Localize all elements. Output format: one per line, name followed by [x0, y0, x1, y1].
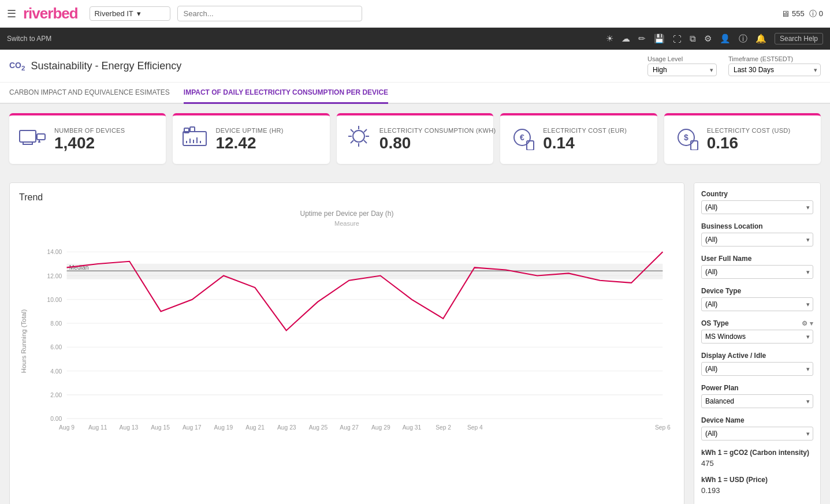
svg-text:Aug 13: Aug 13 — [120, 424, 139, 431]
device-count: 🖥 555 — [781, 9, 805, 18]
alert-count: ⓘ 0 — [809, 9, 823, 19]
svg-line-20 — [364, 140, 367, 143]
chart-svg-wrap: Hours Running (Total) 14.00 12.00 10.00 … — [19, 232, 675, 453]
svg-text:Aug 31: Aug 31 — [403, 424, 422, 431]
notification-icon[interactable]: 🔔 — [755, 33, 766, 44]
filter-device-name-dropdown[interactable]: (All) — [701, 427, 813, 440]
toolbar-icons: ☀ ☁ ✏ 💾 ⛶ ⧉ ⚙ 👤 ⓘ 🔔 Search Help — [606, 33, 823, 44]
filter-business-location-dropdown[interactable]: (All) — [701, 233, 813, 247]
svg-text:12.00: 12.00 — [47, 273, 62, 279]
filter-user-full-name-dropdown[interactable]: (All) — [701, 265, 813, 279]
sun-icon[interactable]: ☀ — [606, 33, 613, 44]
usage-level-dropdown[interactable]: High — [647, 64, 717, 76]
svg-text:€: € — [520, 133, 524, 142]
svg-text:Aug 23: Aug 23 — [277, 424, 296, 431]
filter-device-type-label: Device Type — [701, 287, 813, 295]
svg-text:Sep 4: Sep 4 — [467, 424, 483, 431]
edit-icon[interactable]: ✏ — [638, 33, 646, 44]
svg-point-14 — [353, 130, 364, 142]
secondary-toolbar: Switch to APM ☀ ☁ ✏ 💾 ⛶ ⧉ ⚙ 👤 ⓘ 🔔 Search… — [0, 28, 830, 50]
devices-icon — [18, 126, 46, 154]
page-header: CO2 Sustainability - Energy Efficiency U… — [0, 50, 830, 83]
svg-text:Aug 19: Aug 19 — [214, 424, 233, 431]
tab-electricity[interactable]: IMPACT OF DAILY ELECTRICITY CONSUMPTION … — [184, 83, 388, 104]
usage-level-label: Usage Level — [647, 55, 717, 62]
svg-text:6.00: 6.00 — [50, 344, 62, 350]
org-dropdown[interactable]: Riverbed IT ▾ — [90, 6, 170, 21]
search-help-button[interactable]: Search Help — [775, 33, 823, 44]
svg-rect-28 — [691, 141, 698, 150]
svg-rect-25 — [527, 141, 534, 150]
kpi-value-cost-eur: 0.14 — [543, 134, 627, 152]
svg-text:Aug 11: Aug 11 — [88, 424, 107, 431]
kpi-info-cost-eur: ELECTRICITY COST (EUR) 0.14 — [543, 127, 627, 152]
kpi-value-devices: 1,402 — [54, 134, 125, 152]
filter-display-active-idle-label: Display Active / Idle — [701, 352, 813, 360]
header-controls: Usage Level High Timeframe (EST5EDT) Las… — [647, 55, 821, 76]
search-input[interactable] — [177, 6, 362, 21]
svg-text:Aug 29: Aug 29 — [371, 424, 390, 431]
svg-text:4.00: 4.00 — [50, 368, 62, 375]
filter-os-type-label: OS Type ⚙ ▾ — [701, 319, 813, 327]
kpi-info-consumption: ELECTRICITY CONSUMPTION (KWH) 0.80 — [379, 127, 484, 152]
kpi-value-cost-usd: 0.16 — [707, 134, 791, 152]
filter-kwh-usd: kWh 1 = USD (Price) 0.193 — [701, 476, 813, 495]
filter-country-dropdown[interactable]: (All) — [701, 200, 813, 214]
svg-text:Hours Running (Total): Hours Running (Total) — [20, 309, 27, 374]
svg-text:8.00: 8.00 — [50, 320, 62, 327]
copy-icon[interactable]: ⧉ — [690, 33, 696, 44]
filter-kwh-co2-value: 475 — [701, 459, 813, 468]
kpi-card-cost-eur: € ELECTRICITY COST (EUR) 0.14 — [500, 113, 657, 164]
filter-business-location: Business Location (All) — [701, 222, 813, 247]
cost-eur-icon: € — [509, 125, 535, 155]
consumption-icon — [346, 125, 371, 155]
svg-text:Aug 17: Aug 17 — [183, 424, 202, 431]
switch-apm-button[interactable]: Switch to APM — [7, 35, 51, 43]
timeframe-dropdown[interactable]: Last 30 Days — [728, 64, 821, 76]
svg-rect-13 — [190, 127, 195, 132]
user-icon[interactable]: 👤 — [720, 33, 731, 44]
svg-line-22 — [364, 129, 367, 132]
kpi-label-cost-eur: ELECTRICITY COST (EUR) — [543, 127, 627, 134]
filter-device-type: Device Type (All) — [701, 287, 813, 311]
fullscreen-icon[interactable]: ⛶ — [673, 34, 682, 44]
kpi-value-consumption: 0.80 — [379, 134, 484, 152]
svg-text:Sep 6: Sep 6 — [655, 424, 671, 431]
kpi-value-uptime: 12.42 — [215, 134, 283, 152]
uptime-icon — [182, 126, 207, 154]
filter-device-name: Device Name (All) — [701, 416, 813, 440]
os-type-filter-icon[interactable]: ⚙ — [802, 320, 807, 327]
filters-panel: Country (All) Business Location (All) Us… — [694, 182, 821, 504]
info-icon[interactable]: ⓘ — [739, 33, 747, 44]
logo: riverbed — [23, 5, 78, 23]
timeframe-label: Timeframe (EST5EDT) — [728, 55, 821, 62]
hamburger-menu[interactable]: ☰ — [7, 8, 16, 20]
filter-os-type-dropdown[interactable]: MS Windows — [701, 330, 813, 344]
svg-text:10.00: 10.00 — [47, 297, 62, 303]
svg-text:14.00: 14.00 — [47, 249, 62, 255]
kpi-label-consumption: ELECTRICITY CONSUMPTION (KWH) — [379, 127, 484, 134]
kpi-card-cost-usd: $ ELECTRICITY COST (USD) 0.16 — [664, 113, 821, 164]
alert-count-value: 0 — [819, 9, 823, 18]
filter-display-active-idle: Display Active / Idle (All) — [701, 352, 813, 376]
cloud-icon[interactable]: ☁ — [621, 33, 630, 44]
kpi-info-devices: NUMBER OF DEVICES 1,402 — [54, 127, 125, 152]
chart-container: Trend Uptime per Device per Day (h) Meas… — [9, 182, 684, 504]
save-icon[interactable]: 💾 — [654, 33, 665, 44]
chart-center-label: Uptime per Device per Day (h) — [19, 210, 675, 218]
filter-display-active-idle-dropdown[interactable]: (All) — [701, 362, 813, 376]
settings-icon[interactable]: ⚙ — [704, 33, 712, 44]
tab-carbon[interactable]: CARBON IMPACT AND EQUIVALENCE ESIMATES — [9, 83, 170, 104]
svg-text:Aug 21: Aug 21 — [245, 424, 265, 431]
filter-power-plan-label: Power Plan — [701, 384, 813, 392]
os-type-chevron-icon[interactable]: ▾ — [810, 320, 813, 327]
filter-kwh-co2: kWh 1 = gCO2 (Carbon intensity) 475 — [701, 449, 813, 468]
svg-text:0.00: 0.00 — [50, 416, 62, 422]
kpi-card-consumption: ELECTRICITY CONSUMPTION (KWH) 0.80 — [337, 113, 493, 164]
filter-kwh-co2-label: kWh 1 = gCO2 (Carbon intensity) — [701, 449, 813, 457]
tabs-bar: CARBON IMPACT AND EQUIVALENCE ESIMATES I… — [0, 83, 830, 104]
filter-device-type-dropdown[interactable]: (All) — [701, 297, 813, 311]
page-title-area: CO2 Sustainability - Energy Efficiency — [9, 60, 181, 72]
kpi-cards: NUMBER OF DEVICES 1,402 DEVICE UPTIME (H — [9, 113, 821, 164]
filter-power-plan-dropdown[interactable]: Balanced — [701, 394, 813, 408]
